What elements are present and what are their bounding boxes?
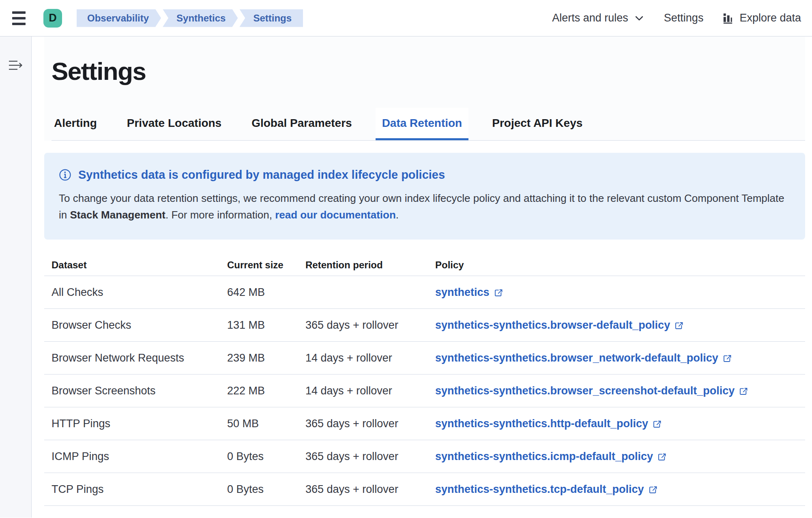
dataset-cell: All Checks	[52, 286, 227, 299]
table-row: ICMP Pings 0 Bytes 365 days + rollover s…	[44, 440, 805, 473]
retention-period-cell: 365 days + rollover	[305, 417, 435, 430]
settings-link-label: Settings	[664, 12, 704, 24]
external-link-icon	[739, 387, 748, 396]
tab-global-parameters[interactable]: Global Parameters	[249, 108, 354, 140]
menu-open-icon	[8, 59, 24, 71]
current-size-cell: 642 MB	[227, 286, 305, 299]
column-header-current-size: Current size	[227, 259, 305, 271]
page-title: Settings	[52, 36, 805, 87]
tab-alerting[interactable]: Alerting	[52, 108, 99, 140]
retention-period-cell: 365 days + rollover	[305, 450, 435, 463]
table-row: Browser Checks 131 MB 365 days + rollove…	[44, 309, 805, 342]
table-header-row: Dataset Current size Retention period Po…	[44, 255, 805, 276]
stack-management-text: Stack Management	[70, 209, 165, 221]
alerts-and-rules-menu[interactable]: Alerts and rules	[552, 12, 645, 24]
menu-button[interactable]	[12, 10, 28, 26]
retention-period-cell: 14 days + rollover	[305, 352, 435, 364]
dataset-cell: TCP Pings	[52, 483, 227, 496]
collapsed-sidebar	[0, 36, 32, 518]
policy-link[interactable]: synthetics-synthetics.browser_network-de…	[435, 352, 732, 364]
callout-body: To change your data retention settings, …	[59, 190, 789, 223]
breadcrumb-settings[interactable]: Settings	[239, 9, 303, 27]
breadcrumb-synthetics[interactable]: Synthetics	[163, 9, 238, 27]
top-navigation-bar: D ObservabilitySyntheticsSettings Alerts…	[0, 0, 812, 36]
external-link-icon	[652, 420, 662, 429]
chevron-down-icon	[633, 12, 645, 24]
dataset-cell: HTTP Pings	[52, 417, 227, 430]
policy-link[interactable]: synthetics-synthetics.icmp-default_polic…	[435, 450, 666, 463]
retention-period-cell: 365 days + rollover	[305, 319, 435, 332]
documentation-link[interactable]: read our documentation	[275, 209, 396, 221]
callout-header: Synthetics data is configured by managed…	[59, 168, 789, 182]
column-header-dataset: Dataset	[52, 259, 227, 271]
current-size-cell: 131 MB	[227, 319, 305, 332]
external-link-icon	[657, 452, 666, 462]
dataset-cell: Browser Checks	[52, 319, 227, 332]
table-row: Browser Screenshots 222 MB 14 days + rol…	[44, 375, 805, 407]
policy-link[interactable]: synthetics-synthetics.http-default_polic…	[435, 417, 662, 430]
retention-period-cell: 14 days + rollover	[305, 385, 435, 397]
external-link-icon	[674, 321, 683, 330]
table-body: All Checks 642 MB synthetics Browser Che…	[44, 276, 805, 506]
main-content: Settings AlertingPrivate LocationsGlobal…	[32, 36, 812, 518]
info-callout: Synthetics data is configured by managed…	[44, 153, 805, 240]
hamburger-icon	[12, 11, 26, 14]
tab-project-api-keys[interactable]: Project API Keys	[490, 108, 585, 140]
tab-private-locations[interactable]: Private Locations	[125, 108, 224, 140]
expand-sidebar-button[interactable]	[8, 59, 24, 73]
page-header: Settings AlertingPrivate LocationsGlobal…	[44, 36, 805, 141]
external-link-icon	[722, 354, 732, 363]
avatar[interactable]: D	[43, 9, 62, 28]
data-retention-table: Dataset Current size Retention period Po…	[44, 255, 805, 506]
current-size-cell: 222 MB	[227, 385, 305, 397]
table-row: TCP Pings 0 Bytes 365 days + rollover sy…	[44, 473, 805, 506]
alerts-and-rules-label: Alerts and rules	[552, 12, 628, 24]
policy-link[interactable]: synthetics	[435, 286, 503, 299]
tab-data-retention[interactable]: Data Retention	[376, 108, 469, 140]
breadcrumb: ObservabilitySyntheticsSettings	[77, 9, 305, 27]
column-header-retention-period: Retention period	[305, 259, 435, 271]
policy-link[interactable]: synthetics-synthetics.tcp-default_policy	[435, 483, 657, 496]
settings-link[interactable]: Settings	[664, 12, 704, 24]
policy-link[interactable]: synthetics-synthetics.browser_screenshot…	[435, 385, 748, 397]
explore-data-label: Explore data	[739, 12, 801, 24]
current-size-cell: 0 Bytes	[227, 450, 305, 463]
dataset-cell: Browser Screenshots	[52, 385, 227, 397]
current-size-cell: 0 Bytes	[227, 483, 305, 496]
table-row: Browser Network Requests 239 MB 14 days …	[44, 342, 805, 375]
dataset-cell: ICMP Pings	[52, 450, 227, 463]
tab-bar: AlertingPrivate LocationsGlobal Paramete…	[52, 108, 805, 141]
retention-period-cell: 365 days + rollover	[305, 483, 435, 496]
table-row: All Checks 642 MB synthetics	[44, 276, 805, 309]
callout-title: Synthetics data is configured by managed…	[78, 168, 445, 182]
explore-data-link[interactable]: Explore data	[722, 12, 801, 24]
table-row: HTTP Pings 50 MB 365 days + rollover syn…	[44, 407, 805, 440]
policy-link[interactable]: synthetics-synthetics.browser-default_po…	[435, 319, 683, 332]
info-icon	[59, 169, 71, 181]
current-size-cell: 50 MB	[227, 417, 305, 430]
column-header-policy: Policy	[435, 259, 805, 271]
dataset-cell: Browser Network Requests	[52, 352, 227, 364]
breadcrumb-observability[interactable]: Observability	[77, 9, 161, 27]
external-link-icon	[648, 485, 657, 494]
external-link-icon	[494, 288, 503, 298]
bar-chart-icon	[722, 12, 735, 24]
current-size-cell: 239 MB	[227, 352, 305, 364]
